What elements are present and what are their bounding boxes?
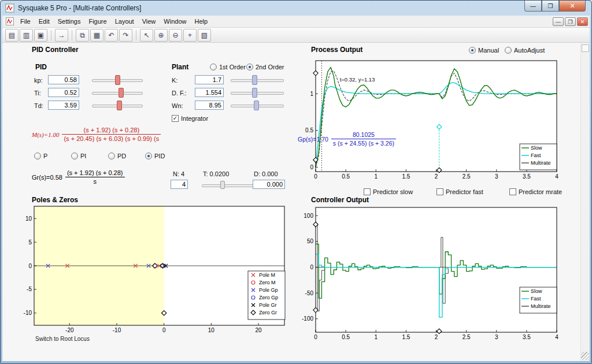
p-radio[interactable] — [34, 153, 41, 159]
process-output-plot[interactable]: 00.511.522.533.5400.51t=0.32, y=1.13Slow… — [290, 54, 561, 192]
minimize-button[interactable]: — — [524, 1, 542, 12]
ti-slider — [92, 88, 143, 98]
svg-text:Pole Gr: Pole Gr — [259, 302, 277, 308]
svg-text:Zero Gp: Zero Gp — [259, 295, 278, 300]
predictor-slow-checkbox[interactable] — [364, 188, 371, 195]
wn-slider-thumb[interactable] — [254, 101, 259, 110]
maximize-icon: ❐ — [548, 3, 553, 9]
close-icon: ✕ — [569, 2, 575, 10]
svg-text:-10: -10 — [113, 327, 121, 333]
close-button[interactable]: ✕ — [559, 1, 586, 12]
menu-figure[interactable]: Figure — [84, 16, 110, 27]
paste-icon: ▦ — [94, 31, 100, 39]
svg-text:1: 1 — [374, 173, 378, 180]
pd-radio[interactable] — [108, 153, 115, 159]
import-icon: ▥ — [23, 31, 29, 39]
pi-radio[interactable] — [71, 153, 78, 159]
save-button[interactable]: ▣ — [34, 29, 47, 42]
df-slider-thumb[interactable] — [252, 88, 257, 98]
svg-text:0: 0 — [314, 173, 317, 180]
t-slider-thumb[interactable] — [220, 181, 225, 189]
paste-button[interactable]: ▦ — [90, 29, 103, 42]
open-icon: ▤ — [9, 31, 15, 39]
svg-text:1.5: 1.5 — [402, 334, 410, 340]
ti-field[interactable] — [48, 88, 79, 97]
process-output-title: Process Output — [311, 46, 362, 54]
redo-button[interactable]: ↷ — [119, 29, 132, 42]
switch-root-locus-link[interactable]: Switch to Root Locus — [35, 336, 90, 342]
marquee-tool-button[interactable]: ▧ — [198, 29, 211, 42]
svg-text:Slow: Slow — [531, 145, 542, 151]
mdi-minimize-button[interactable]: — — [553, 17, 564, 26]
kp-field[interactable] — [48, 75, 79, 84]
predictor-mrate-checkbox[interactable] — [509, 188, 516, 195]
copy-button[interactable]: ⧉ — [76, 29, 89, 42]
run-icon: → — [58, 31, 65, 39]
p-label: P — [43, 153, 47, 159]
k-slider — [231, 75, 284, 85]
menu-edit[interactable]: Edit — [35, 16, 54, 27]
menu-view[interactable]: View — [138, 16, 160, 27]
import-button[interactable]: ▥ — [20, 29, 33, 42]
controller-output-plot[interactable]: 00.511.522.533.54-100-50050100SlowFastMu… — [290, 204, 561, 348]
df-field[interactable] — [195, 88, 224, 97]
first-order-radio[interactable] — [210, 64, 217, 70]
svg-text:4: 4 — [555, 173, 558, 180]
wn-field[interactable] — [195, 101, 224, 110]
menu-help[interactable]: Help — [190, 16, 212, 27]
ti-slider-thumb[interactable] — [119, 88, 124, 98]
autoadjust-radio[interactable] — [505, 47, 512, 54]
zoom-out-button[interactable]: ⊖ — [169, 29, 182, 42]
poles-zeros-plot[interactable]: -20-1001020-10-50510Pole MZero MPole GpZ… — [23, 204, 294, 346]
scrollbar-up-button[interactable] — [582, 44, 589, 52]
mdi-close-button[interactable]: ✕ — [577, 17, 588, 26]
undo-button[interactable]: ↶ — [105, 29, 118, 42]
k-label: K: — [172, 77, 177, 84]
integrator-checkbox[interactable]: ✓ — [172, 115, 179, 122]
predictor-fast-label: Predictor fast — [446, 188, 483, 195]
gr-formula-denominator: s — [65, 177, 125, 185]
t-label: T: 0.0200 — [203, 170, 229, 177]
mdi-restore-button[interactable]: ❐ — [565, 17, 576, 26]
predictor-slow-label: Predictor slow — [373, 188, 413, 195]
td-field[interactable] — [48, 101, 79, 110]
pan-tool-button[interactable]: + — [183, 29, 197, 42]
toolbar-separator — [136, 30, 136, 40]
manual-radio[interactable] — [469, 47, 476, 54]
pid-radio[interactable] — [145, 153, 152, 159]
mdi-buttons: — ❐ ✕ — [553, 17, 588, 26]
menu-window[interactable]: Window — [160, 16, 190, 27]
menu-settings[interactable]: Settings — [54, 16, 85, 27]
svg-text:0: 0 — [162, 327, 166, 333]
t-slider — [202, 181, 256, 189]
check-icon: ✓ — [173, 115, 177, 121]
select-tool-button[interactable]: ↖ — [140, 29, 153, 42]
predictor-fast-checkbox[interactable] — [436, 188, 443, 195]
right-scrollbar[interactable] — [580, 43, 590, 361]
resize-grip[interactable] — [581, 352, 589, 360]
svg-text:-20: -20 — [65, 327, 74, 333]
menu-layout[interactable]: Layout — [111, 16, 138, 27]
run-button[interactable]: → — [55, 29, 68, 42]
k-slider-thumb[interactable] — [252, 75, 257, 85]
titlebar[interactable]: Sysquake 5 Pro - [Multi-rate Controllers… — [1, 1, 591, 16]
second-order-radio[interactable] — [246, 64, 253, 70]
toolbar-separator — [51, 30, 51, 40]
svg-text:Slow: Slow — [531, 288, 542, 294]
svg-text:2: 2 — [435, 334, 438, 340]
kp-slider-thumb[interactable] — [115, 75, 120, 85]
menu-file[interactable]: File — [16, 16, 35, 27]
m-formula-lead: M(s)=1.00 — [32, 131, 59, 138]
manual-label: Manual — [478, 47, 499, 54]
zoom-in-button[interactable]: ⊕ — [154, 29, 168, 42]
open-button[interactable]: ▤ — [5, 29, 18, 42]
k-field[interactable] — [195, 75, 224, 84]
pd-label: PD — [117, 153, 126, 159]
maximize-button[interactable]: ❐ — [542, 1, 559, 12]
n-field[interactable] — [171, 180, 188, 189]
poles-zeros-title: Poles & Zeros — [32, 196, 78, 204]
td-slider-thumb[interactable] — [117, 101, 122, 110]
predictor-mrate-label: Predictor mrate — [519, 188, 562, 195]
svg-text:0: 0 — [314, 334, 317, 340]
d-field[interactable] — [253, 180, 285, 189]
